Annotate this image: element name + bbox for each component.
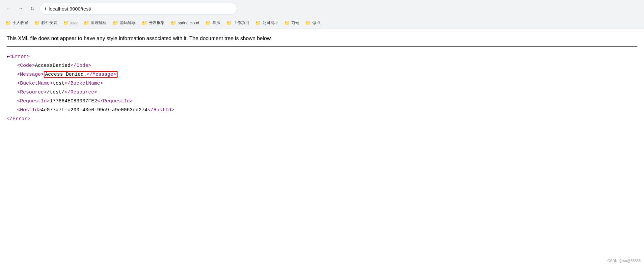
back-button[interactable]: ← [4, 4, 13, 13]
xml-bucketname-value: test [53, 81, 65, 86]
bookmark-label-0: 个人收藏 [13, 20, 28, 26]
xml-code-value: AccessDenied [35, 63, 70, 68]
xml-message-close: </Message> [87, 72, 116, 77]
folder-icon: 📁 [5, 20, 11, 26]
folder-icon-1: 📁 [34, 20, 40, 26]
bookmarks-bar: 📁 个人收藏 📁 软件安装 📁 java 📁 原理解析 📁 源码解读 📁 开发框… [0, 17, 644, 29]
xml-tree: ▼<Error> <Code>AccessDenied</Code> <Mess… [7, 52, 637, 123]
xml-root-close: </Error> [7, 115, 637, 123]
xml-notice: This XML file does not appear to have an… [7, 35, 637, 42]
bookmark-label-10: 前端 [291, 20, 299, 26]
bookmark-label-7: 算法 [212, 20, 220, 26]
bookmark-item-10[interactable]: 📁 前端 [282, 19, 302, 27]
xml-root-open: ▼<Error> [7, 52, 637, 61]
xml-code-close: </Code> [70, 63, 91, 68]
bookmark-item-8[interactable]: 📁 工作项目 [224, 19, 252, 27]
xml-hostid-open: <HostId> [17, 107, 41, 113]
xml-bucketname-line: <BucketName>test</BucketName> [17, 79, 637, 88]
bookmark-item-6[interactable]: 📁 spring cloud [168, 19, 202, 27]
xml-requestid-close: </RequestId> [97, 98, 133, 104]
folder-icon-3: 📁 [84, 20, 89, 26]
xml-message-line: <Message>Access Denied.</Message> [17, 70, 637, 79]
refresh-button[interactable]: ↻ [28, 4, 37, 13]
xml-requestid-line: <RequestId>177884EC83037FE2</RequestId> [17, 97, 637, 106]
xml-error-close-tag: </Error> [7, 116, 30, 122]
xml-resource-open: <Resource> [17, 90, 47, 95]
xml-resource-line: <Resource>/test/</Resource> [17, 88, 637, 97]
xml-resource-close: </Resource> [65, 90, 97, 95]
folder-icon-10: 📁 [284, 20, 290, 26]
message-highlight: Access Denied.</Message> [44, 71, 118, 78]
folder-icon-11: 📁 [305, 20, 311, 26]
xml-divider [7, 46, 637, 47]
page-content: This XML file does not appear to have an… [0, 29, 644, 129]
xml-message-value: Access Denied. [45, 72, 87, 77]
bookmark-label-9: 公司网址 [262, 20, 278, 26]
bookmark-item-7[interactable]: 📁 算法 [202, 19, 223, 27]
bookmark-item-9[interactable]: 📁 公司网址 [253, 19, 281, 27]
bookmark-item-3[interactable]: 📁 原理解析 [81, 19, 109, 27]
xml-requestid-value: 177884EC83037FE2 [50, 98, 97, 104]
xml-code-open: <Code> [17, 63, 35, 68]
bookmark-label-6: spring cloud [178, 21, 199, 25]
address-bar[interactable]: ℹ localhost:9000/test/ [40, 3, 237, 14]
address-text: localhost:9000/test/ [49, 6, 232, 12]
bookmark-label-4: 源码解读 [120, 20, 136, 26]
browser-toolbar: ← → ↻ ℹ localhost:9000/test/ [0, 0, 644, 17]
bookmark-label-8: 工作项目 [233, 20, 249, 26]
xml-requestid-open: <RequestId> [17, 98, 50, 104]
xml-hostid-close: </HostId> [148, 107, 174, 113]
xml-resource-value: /test/ [47, 90, 65, 95]
xml-hostid-line: <HostId>4e077a7f-c200-43e0-99c9-a9e0063d… [17, 106, 637, 115]
forward-button[interactable]: → [16, 4, 25, 13]
folder-icon-9: 📁 [255, 20, 261, 26]
folder-icon-6: 📁 [171, 20, 176, 26]
bookmark-item-4[interactable]: 📁 源码解读 [110, 19, 138, 27]
bookmark-item-5[interactable]: 📁 开发框架 [139, 19, 167, 27]
bookmark-label-11: 做点 [312, 20, 320, 26]
bookmark-item-0[interactable]: 📁 个人收藏 [3, 19, 31, 27]
xml-bucketname-close: </BucketName> [65, 81, 103, 86]
xml-message-open: <Message> [17, 72, 44, 77]
xml-hostid-value: 4e077a7f-c200-43e0-99c9-a9e0063dd274 [41, 107, 148, 113]
watermark: CSDN @wu@55555 [607, 259, 641, 263]
folder-icon-4: 📁 [113, 20, 118, 26]
folder-icon-8: 📁 [226, 20, 232, 26]
xml-bucketname-open: <BucketName> [17, 81, 53, 86]
browser-chrome: ← → ↻ ℹ localhost:9000/test/ 📁 个人收藏 📁 软件… [0, 0, 644, 29]
bookmark-label-3: 原理解析 [91, 20, 107, 26]
xml-code-line: <Code>AccessDenied</Code> [17, 61, 637, 70]
bookmark-item-2[interactable]: 📁 java [61, 19, 80, 27]
bookmark-item-1[interactable]: 📁 软件安装 [32, 19, 60, 27]
folder-icon-2: 📁 [63, 20, 69, 26]
bookmark-item-11[interactable]: 📁 做点 [303, 19, 323, 27]
lock-icon: ℹ [44, 6, 46, 11]
bookmark-label-2: java [70, 21, 78, 25]
bookmark-label-1: 软件安装 [41, 20, 57, 26]
folder-icon-7: 📁 [205, 20, 211, 26]
xml-error-open-tag: <Error> [9, 54, 30, 60]
bookmark-label-5: 开发框架 [149, 20, 165, 26]
folder-icon-5: 📁 [142, 20, 147, 26]
